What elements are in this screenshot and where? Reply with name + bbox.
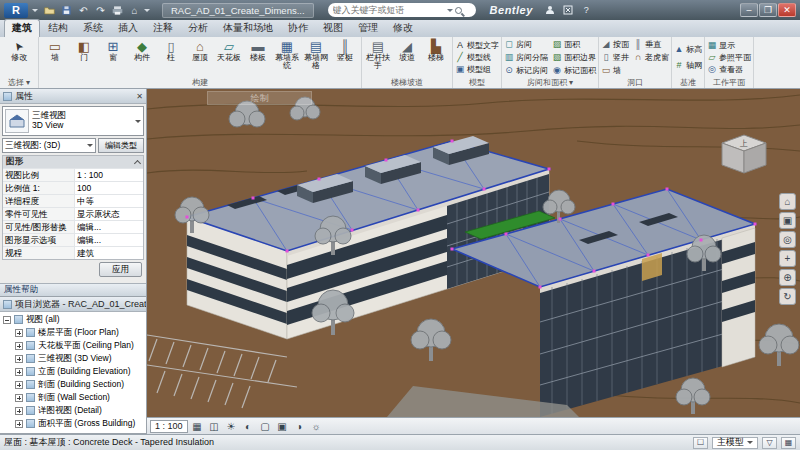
design-option-dropdown[interactable]: 主模型 <box>712 437 758 449</box>
ceiling-button[interactable]: ▱天花板 <box>215 38 243 77</box>
model-group-button[interactable]: ▣模型组 <box>455 64 499 76</box>
expand-box-icon[interactable] <box>15 407 23 415</box>
editable-only-icon[interactable]: ☐ <box>693 437 708 449</box>
save-button[interactable] <box>59 3 74 17</box>
tab-massing-site[interactable]: 体量和场地 <box>216 20 280 37</box>
railing-button[interactable]: ▤栏杆扶手 <box>364 38 392 77</box>
wall-button[interactable]: ▭墙 <box>41 38 69 77</box>
search-icon[interactable] <box>455 7 462 14</box>
viewer-button[interactable]: ◎查看器 <box>707 64 751 76</box>
filter-icon[interactable]: ▽ <box>762 437 777 449</box>
temporary-hide-icon[interactable]: ◑ <box>292 420 307 433</box>
shaft-opening-button[interactable]: ▯竖井 <box>601 51 629 63</box>
column-button[interactable]: ▯柱 <box>157 38 185 77</box>
ramp-button[interactable]: ◢坡道 <box>393 38 421 77</box>
tree-item-views-root[interactable]: 视图 (all) <box>0 313 146 326</box>
restore-button[interactable]: ❐ <box>759 3 777 17</box>
instance-filter-dropdown[interactable]: 三维视图: (3D) <box>2 138 96 153</box>
open-button[interactable] <box>42 3 57 17</box>
dormer-opening-button[interactable]: ∩老虎窗 <box>633 51 669 63</box>
property-row[interactable]: 可见性/图形替换编辑... <box>3 220 143 233</box>
type-selector-caret-icon[interactable] <box>135 120 141 126</box>
room-button[interactable]: ◻房间 <box>504 38 548 50</box>
tab-insert[interactable]: 插入 <box>111 20 145 37</box>
viewcube-menu-icon[interactable]: ▣ <box>779 212 796 229</box>
apply-button[interactable]: 应用 <box>99 262 142 277</box>
properties-help-bar[interactable]: 属性帮助 <box>0 283 146 296</box>
property-row[interactable]: 规程建筑 <box>3 246 143 259</box>
tag-room-button[interactable]: ⊙标记房间 <box>504 64 548 76</box>
tab-view[interactable]: 视图 <box>316 20 350 37</box>
roof-button[interactable]: ⌂屋顶 <box>186 38 214 77</box>
expand-box-icon[interactable] <box>15 342 23 350</box>
scale-button[interactable]: 1 : 100 <box>150 420 188 433</box>
panel-label-select[interactable]: 选择 ▾ <box>2 77 36 88</box>
expand-box-icon[interactable] <box>15 381 23 389</box>
model-text-button[interactable]: A模型文字 <box>455 39 499 51</box>
tab-collaborate[interactable]: 协作 <box>281 20 315 37</box>
collapse-chevron-icon[interactable] <box>134 159 141 166</box>
wall-opening-button[interactable]: ▭墙 <box>601 64 629 76</box>
room-separator-button[interactable]: ▥房间分隔 <box>504 51 548 63</box>
property-row[interactable]: 零件可见性显示原状态 <box>3 207 143 220</box>
component-button[interactable]: ◆构件 <box>128 38 156 77</box>
collapse-box-icon[interactable] <box>3 316 11 324</box>
help-button[interactable]: ? <box>579 3 594 17</box>
property-row[interactable]: 详细程度中等 <box>3 194 143 207</box>
expand-box-icon[interactable] <box>15 368 23 376</box>
tab-structure[interactable]: 结构 <box>41 20 75 37</box>
crop-view-icon[interactable]: ▢ <box>258 420 273 433</box>
model-line-button[interactable]: ╱模型线 <box>455 52 499 64</box>
minimize-button[interactable]: – <box>740 3 758 17</box>
area-button[interactable]: ▨面积 <box>552 38 596 50</box>
tab-analyze[interactable]: 分析 <box>181 20 215 37</box>
viewcube[interactable]: 上 <box>714 131 774 187</box>
home-icon[interactable]: ⌂ <box>779 193 796 210</box>
modify-button[interactable]: ➤修改 <box>2 38 36 77</box>
model-3d-view[interactable] <box>147 89 800 417</box>
expand-box-icon[interactable] <box>15 355 23 363</box>
exchange-apps-button[interactable] <box>561 3 576 17</box>
window-button[interactable]: ⊞窗 <box>99 38 127 77</box>
tree-item-elevation[interactable]: 立面 (Building Elevation) <box>0 365 146 378</box>
shadows-icon[interactable]: ◐ <box>241 420 256 433</box>
property-row[interactable]: 图形显示选项编辑... <box>3 233 143 246</box>
search-options-caret-icon[interactable] <box>447 9 453 15</box>
close-button[interactable]: ✕ <box>778 3 796 17</box>
tree-item-wall-section[interactable]: 剖面 (Wall Section) <box>0 391 146 404</box>
expand-box-icon[interactable] <box>15 420 23 428</box>
orbit-icon[interactable]: ↻ <box>779 288 796 305</box>
opening-by-face-button[interactable]: ◢按面 <box>601 38 629 50</box>
tab-annotate[interactable]: 注释 <box>146 20 180 37</box>
door-button[interactable]: ◧门 <box>70 38 98 77</box>
curtain-grid-button[interactable]: ▤幕墙网格 <box>302 38 330 77</box>
tab-architecture[interactable]: 建筑 <box>4 19 40 37</box>
show-crop-icon[interactable]: ▣ <box>275 420 290 433</box>
detail-level-icon[interactable]: ▦ <box>190 420 205 433</box>
app-menu-caret-icon[interactable] <box>32 9 38 15</box>
expand-box-icon[interactable] <box>15 329 23 337</box>
property-row[interactable]: 视图比例1 : 100 <box>3 168 143 181</box>
infocenter-search[interactable] <box>328 3 476 17</box>
property-row[interactable]: 比例值 1:100 <box>3 181 143 194</box>
tree-item-ceiling-plan[interactable]: 天花板平面 (Ceiling Plan) <box>0 339 146 352</box>
qat-customize-icon[interactable] <box>144 9 150 15</box>
visual-style-icon[interactable]: ◫ <box>207 420 222 433</box>
search-input[interactable] <box>333 5 445 15</box>
tag-area-button[interactable]: ◉标记面积 <box>552 64 596 76</box>
sun-path-icon[interactable]: ☀ <box>224 420 239 433</box>
show-workplane-button[interactable]: ▦显示 <box>707 39 751 51</box>
redo-button[interactable]: ↷ <box>93 3 108 17</box>
properties-header[interactable]: 属性 ✕ <box>0 89 146 104</box>
expand-box-icon[interactable] <box>15 394 23 402</box>
floor-button[interactable]: ▬楼板 <box>244 38 272 77</box>
project-browser-header[interactable]: 项目浏览器 - RAC_AD_01_Create_Dim... ✕ <box>0 297 146 312</box>
viewcube-top-label[interactable]: 上 <box>739 139 748 148</box>
zoom-icon[interactable]: ⊕ <box>779 269 796 286</box>
tab-manage[interactable]: 管理 <box>351 20 385 37</box>
drawing-area[interactable]: 绘制 上 ⌂ ▣ ◎ + ⊕ ↻ 1 : 100 ▦ ◫ ☀ ◐ <box>147 89 800 434</box>
ref-plane-button[interactable]: ▱参照平面 <box>707 52 751 64</box>
panel-label-room-area[interactable]: 房间和面积 ▾ <box>504 77 596 88</box>
vertical-opening-button[interactable]: ║垂直 <box>633 38 669 50</box>
tree-item-building-section[interactable]: 剖面 (Building Section) <box>0 378 146 391</box>
